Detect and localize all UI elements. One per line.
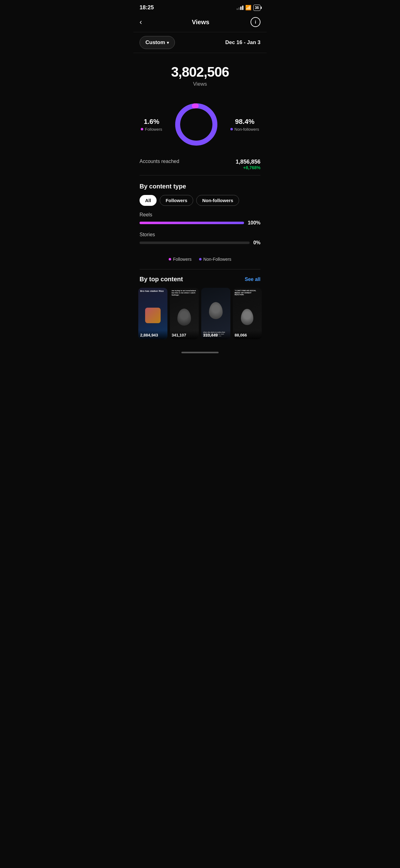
total-views-label: Views <box>139 81 261 87</box>
home-indicator <box>133 349 267 360</box>
non-followers-stat: 98.4% Non-followers <box>230 118 259 132</box>
legend-followers: Followers <box>169 257 192 262</box>
content-type-title: By content type <box>133 176 267 195</box>
legend-followers-label: Followers <box>173 257 192 262</box>
status-bar: 18:25 📶 36 <box>133 0 267 14</box>
non-followers-percent: 98.4% <box>235 118 254 126</box>
svg-point-1 <box>178 106 215 143</box>
tab-non-followers[interactable]: Non-followers <box>196 195 239 206</box>
back-button[interactable]: ‹ <box>139 18 151 26</box>
top-content-header: By top content See all <box>133 270 267 288</box>
info-button[interactable]: i <box>251 17 261 27</box>
see-all-button[interactable]: See all <box>245 277 261 282</box>
accounts-reached-label: Accounts reached <box>139 159 179 164</box>
card-2-count: 341,107 <box>172 333 197 337</box>
content-bars: Reels 100% Stories 0% <box>133 212 267 246</box>
main-stats: 3,802,506 Views <box>133 53 267 93</box>
legend-non-followers-dot <box>199 258 202 260</box>
followers-dot <box>141 128 143 130</box>
page-title: Views <box>192 19 209 26</box>
reels-bar-fill <box>139 222 244 224</box>
followers-percent: 1.6% <box>144 118 159 126</box>
wifi-icon: 📶 <box>245 5 252 10</box>
stories-label: Stories <box>139 232 261 238</box>
content-grid: Bro has stalker Rizz 2,884,943 me trying… <box>133 288 267 349</box>
followers-label: Followers <box>145 127 162 132</box>
non-followers-label: Non-followers <box>234 127 259 132</box>
card-1-count: 2,884,943 <box>140 333 166 337</box>
accounts-reached-change: +8,768% <box>236 165 261 170</box>
followers-stat: 1.6% Followers <box>141 118 162 132</box>
content-card-2[interactable]: me trying to act nonchalant but this is … <box>170 288 199 339</box>
chevron-down-icon: ▾ <box>167 40 169 45</box>
chart-legend: Followers Non-Followers <box>133 252 267 269</box>
legend-non-followers: Non-Followers <box>199 257 231 262</box>
donut-chart <box>171 100 221 149</box>
legend-followers-dot <box>169 258 171 260</box>
total-views-number: 3,802,506 <box>139 64 261 80</box>
tab-followers[interactable]: Followers <box>160 195 193 206</box>
stories-bar-track <box>139 242 249 244</box>
card-3-count: 333,449 <box>203 333 229 337</box>
date-range: Dec 16 - Jan 3 <box>226 39 261 45</box>
status-icons: 📶 36 <box>237 5 261 11</box>
tab-all[interactable]: All <box>139 195 157 206</box>
top-content-title: By top content <box>139 276 183 283</box>
reels-label: Reels <box>139 212 261 218</box>
card-4-title: "I CAN'T FIND HIS SOCIAL MEDIA" MY HONES… <box>235 290 260 296</box>
card-4-count: 88,066 <box>235 333 260 337</box>
signal-icon <box>237 6 243 10</box>
stories-bar-percent: 0% <box>253 240 261 246</box>
content-card-1[interactable]: Bro has stalker Rizz 2,884,943 <box>138 288 167 339</box>
filter-bar: Custom ▾ Dec 16 - Jan 3 <box>133 32 267 53</box>
stories-bar-row: Stories 0% <box>139 232 261 246</box>
accounts-reached-section: Accounts reached 1,856,856 +8,768% <box>133 152 267 175</box>
reels-bar-track <box>139 222 244 224</box>
custom-filter-button[interactable]: Custom ▾ <box>139 36 175 49</box>
header: ‹ Views i <box>133 14 267 32</box>
reels-bar-row: Reels 100% <box>139 212 261 226</box>
content-card-4[interactable]: "I CAN'T FIND HIS SOCIAL MEDIA" MY HONES… <box>233 288 262 339</box>
donut-section: 1.6% Followers 98.4% Non-followers <box>133 93 267 152</box>
accounts-reached-number: 1,856,856 <box>236 159 261 165</box>
card-2-title: me trying to act nonchalant but this is … <box>172 290 197 297</box>
legend-non-followers-label: Non-Followers <box>203 257 231 262</box>
battery-icon: 36 <box>253 5 261 11</box>
content-type-tabs: All Followers Non-followers <box>133 195 267 212</box>
card-1-title: Bro has stalker Rizz <box>140 290 166 293</box>
non-followers-dot <box>230 128 233 130</box>
reels-bar-percent: 100% <box>248 220 261 226</box>
content-card-3[interactable]: when she starts to notice that every guy… <box>201 288 230 339</box>
status-time: 18:25 <box>139 4 154 11</box>
